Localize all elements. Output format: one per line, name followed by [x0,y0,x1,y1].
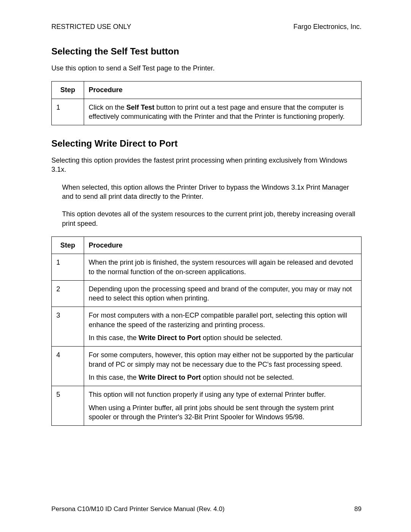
table-row: 1 When the print job is finished, the sy… [52,254,362,281]
header-right: Fargo Electronics, Inc. [293,23,362,31]
procedure-cell: This option will not function properly i… [84,386,362,426]
bold-text: Write Direct to Port [139,334,201,342]
section1-table: Step Procedure 1 Click on the Self Test … [51,81,362,125]
step-number: 1 [52,254,84,281]
document-page: RESTRICTED USE ONLY Fargo Electronics, I… [0,0,411,532]
indented-block: When selected, this option allows the Pr… [62,183,362,228]
table-row: 1 Click on the Self Test button to print… [52,99,362,125]
section2: Selecting Write Direct to Port Selecting… [51,138,362,426]
step-number: 1 [52,99,84,125]
table-row: 5 This option will not function properly… [52,386,362,426]
section1-title: Selecting the Self Test button [51,46,362,57]
procedure-cell: Click on the Self Test button to print o… [84,99,362,125]
text-segment: option should not be selected. [201,374,294,381]
step-number: 4 [52,347,84,386]
paragraph: This option devotes all of the system re… [62,209,362,228]
text-segment: option should be selected. [201,334,282,342]
step-number: 3 [52,307,84,347]
footer-left: Persona C10/M10 ID Card Printer Service … [51,505,225,513]
section2-table: Step Procedure 1 When the print job is f… [51,236,362,426]
section2-intro: Selecting this option provides the faste… [51,156,362,174]
procedure-cell: Depending upon the processing speed and … [84,280,362,307]
procedure-cell: When the print job is finished, the syst… [84,254,362,281]
paragraph: In this case, the Write Direct to Port o… [89,333,357,342]
procedure-cell: For some computers, however, this option… [84,347,362,386]
step-number: 5 [52,386,84,426]
table-header-row: Step Procedure [52,81,362,99]
col-header-step: Step [52,81,84,99]
step-number: 2 [52,280,84,307]
table-row: 4 For some computers, however, this opti… [52,347,362,386]
paragraph: For some computers, however, this option… [89,350,357,369]
text-segment: In this case, the [89,374,139,381]
header-left: RESTRICTED USE ONLY [51,23,131,31]
text-segment: In this case, the [89,334,139,342]
paragraph: When using a Printer buffer, all print j… [89,403,357,422]
bold-text: Self Test [126,104,155,111]
section2-title: Selecting Write Direct to Port [51,138,362,149]
page-footer: Persona C10/M10 ID Card Printer Service … [51,502,362,513]
col-header-procedure: Procedure [84,236,362,254]
paragraph: When selected, this option allows the Pr… [62,183,362,201]
bold-text: Write Direct to Port [139,374,201,381]
paragraph: This option will not function properly i… [89,390,357,399]
table-row: 2 Depending upon the processing speed an… [52,280,362,307]
procedure-cell: For most computers with a non-ECP compat… [84,307,362,347]
table-row: 3 For most computers with a non-ECP comp… [52,307,362,347]
paragraph: For most computers with a non-ECP compat… [89,311,357,329]
section1-intro: Use this option to send a Self Test page… [51,64,362,73]
text-segment: Click on the [89,104,126,111]
col-header-step: Step [52,236,84,254]
page-header: RESTRICTED USE ONLY Fargo Electronics, I… [51,23,362,31]
paragraph: In this case, the Write Direct to Port o… [89,373,357,382]
table-header-row: Step Procedure [52,236,362,254]
page-number: 89 [354,505,362,513]
col-header-procedure: Procedure [84,81,362,99]
